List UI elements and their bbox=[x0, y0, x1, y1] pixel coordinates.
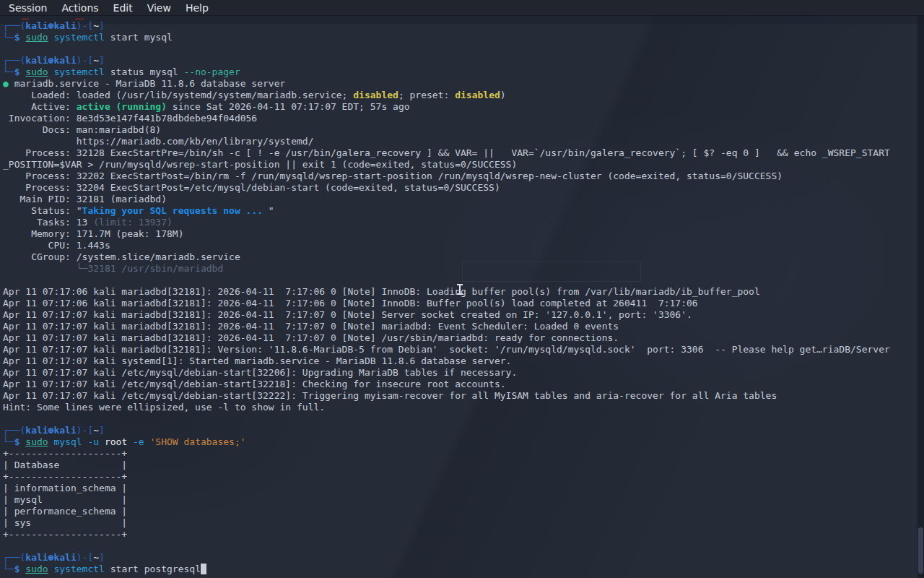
menu-session[interactable]: Session bbox=[1, 1, 54, 14]
scrollbar-track[interactable] bbox=[918, 16, 924, 578]
terminal-line: Docs: man:mariadbd(8) bbox=[3, 124, 918, 136]
terminal-line: _POSITION=$VAR > /run/mysqld/wsrep-start… bbox=[3, 159, 918, 171]
terminal-line: | mysql | bbox=[3, 494, 918, 506]
terminal-line: Apr 11 07:17:07 kali mariadbd[32181]: Ve… bbox=[3, 344, 918, 355]
terminal-line: └─$ sudo systemctl start mysql bbox=[3, 32, 918, 43]
terminal-line: └─$ sudo systemctl start postgresql bbox=[3, 564, 918, 575]
menu-actions[interactable]: Actions bbox=[54, 1, 105, 14]
terminal-line: Hint: Some lines were ellipsized, use -l… bbox=[3, 402, 918, 413]
terminal-line: Main PID: 32181 (mariadbd) bbox=[3, 194, 918, 205]
terminal-line: Apr 11 07:17:07 kali /etc/mysql/debian-s… bbox=[3, 367, 918, 379]
terminal-line: Status: "Taking your SQL requests now ..… bbox=[3, 205, 918, 217]
terminal-line: └─$ sudo systemctl status mysql --no-pag… bbox=[3, 66, 918, 78]
terminal-line bbox=[3, 540, 918, 552]
terminal-line: CGroup: /system.slice/mariadb.service bbox=[3, 251, 918, 263]
terminal-line: Apr 11 07:17:07 kali systemd[1]: Started… bbox=[3, 355, 918, 367]
terminal-line: Tasks: 13 (limit: 13937) bbox=[3, 217, 918, 228]
terminal-line: Process: 32204 ExecStartPost=/etc/mysql/… bbox=[3, 182, 918, 194]
terminal-line: Invocation: 8e3d53e147f441b78dbdebe94f04… bbox=[3, 113, 918, 124]
terminal-line: https://mariadb.com/kb/en/library/system… bbox=[3, 136, 918, 147]
terminal-line: ┌──(kali⊛kali)-[~] bbox=[3, 20, 918, 32]
terminal-line: └─32181 /usr/sbin/mariadbd bbox=[3, 263, 918, 275]
scrollbar-thumb[interactable] bbox=[918, 527, 923, 574]
terminal-line: Apr 11 07:17:07 kali /etc/mysql/debian-s… bbox=[3, 390, 918, 402]
terminal-window: Session Actions Edit View Help ┌──(kali⊛… bbox=[0, 0, 924, 578]
menu-help[interactable]: Help bbox=[178, 1, 216, 14]
terminal-line: | Database | bbox=[3, 460, 918, 471]
terminal-line: ● mariadb.service - MariaDB 11.8.6 datab… bbox=[3, 78, 918, 90]
terminal-line: Apr 11 07:17:07 kali /etc/mysql/debian-s… bbox=[3, 379, 918, 390]
terminal-line: +--------------------+ bbox=[3, 448, 918, 460]
terminal-line: Apr 11 07:17:07 kali mariadbd[32181]: 20… bbox=[3, 309, 918, 321]
menu-edit[interactable]: Edit bbox=[106, 1, 140, 14]
terminal-line: Process: 32202 ExecStartPost=/bin/rm -f … bbox=[3, 171, 918, 182]
terminal-line: | performance_schema | bbox=[3, 506, 918, 517]
terminal-line bbox=[3, 413, 918, 425]
terminal-line: | information_schema | bbox=[3, 483, 918, 494]
terminal-line: +--------------------+ bbox=[3, 529, 918, 540]
terminal-line: Process: 32128 ExecStartPre=/bin/sh -c [… bbox=[3, 147, 918, 159]
terminal-line: Active: active (running) since Sat 2026-… bbox=[3, 101, 918, 113]
terminal-line: Loaded: loaded (/usr/lib/systemd/system/… bbox=[3, 90, 918, 101]
terminal-line bbox=[3, 43, 918, 55]
terminal-line: ┌──(kali⊛kali)-[~] bbox=[3, 425, 918, 436]
terminal-line: ┌──(kali⊛kali)-[~] bbox=[3, 55, 918, 66]
terminal-output[interactable]: ┌──(kali⊛kali)-[~]└─$ sudo systemctl sta… bbox=[0, 16, 918, 578]
terminal-line: Apr 11 07:17:06 kali mariadbd[32181]: 20… bbox=[3, 298, 918, 309]
menu-bar: Session Actions Edit View Help bbox=[0, 0, 924, 16]
terminal-line: Memory: 171.7M (peak: 178M) bbox=[3, 228, 918, 240]
terminal-line: +--------------------+ bbox=[3, 471, 918, 483]
terminal-line: | sys | bbox=[3, 517, 918, 529]
mouse-cursor-ibeam-icon bbox=[457, 284, 463, 295]
terminal-line: CPU: 1.443s bbox=[3, 240, 918, 251]
terminal-line: ┌──(kali⊛kali)-[~] bbox=[3, 552, 918, 564]
terminal-line: Apr 11 07:17:07 kali mariadbd[32181]: 20… bbox=[3, 332, 918, 344]
terminal-line: └─$ sudo mysql -u root -e 'SHOW database… bbox=[3, 436, 918, 448]
terminal-line: Apr 11 07:17:07 kali mariadbd[32181]: 20… bbox=[3, 321, 918, 332]
menu-view[interactable]: View bbox=[140, 1, 178, 14]
